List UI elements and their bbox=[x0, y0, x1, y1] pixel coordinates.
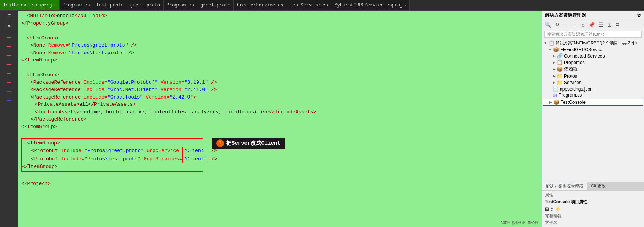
code-line-private-assets: <PrivateAssets>all</PrivateAssets> bbox=[21, 101, 539, 108]
tree-testconsole[interactable]: ▶ 📦 TestConsole bbox=[543, 99, 643, 106]
tree-properties[interactable]: ▶ 📋 Properties bbox=[542, 59, 644, 66]
collapse-icon-1[interactable]: – bbox=[21, 34, 24, 42]
tab-label: MyFirstGRPCService.csproj bbox=[334, 3, 403, 8]
toolbar-home-icon[interactable]: ⌂ bbox=[580, 21, 586, 28]
tree-dependencies[interactable]: ▶ 📦 依赖项 bbox=[542, 66, 644, 73]
tree-props-chevron: ▶ bbox=[553, 60, 556, 64]
toolbar-forward-icon[interactable]: → bbox=[571, 21, 579, 28]
tree-protos[interactable]: ▶ 📁 Protos bbox=[542, 73, 644, 79]
tree-program-label: Program.cs bbox=[559, 92, 582, 98]
tab-label: test.proto bbox=[96, 3, 124, 8]
bottom-tab-solution-explorer[interactable]: 解决方案资源管理器 bbox=[542, 182, 587, 190]
panel-settings-icon[interactable]: ⚙ bbox=[637, 13, 641, 18]
tree-connected-services[interactable]: ▶ 🔗 Connected Services bbox=[542, 53, 644, 59]
code-line-itemgroup3: – <ItemGroup> bbox=[22, 139, 203, 147]
collapse-icon-2[interactable]: – bbox=[21, 71, 24, 79]
code-line-pkg-end: </PackageReference> bbox=[21, 116, 539, 123]
toolbar-options-icon[interactable]: ≡ bbox=[614, 21, 620, 28]
tree-appsettings[interactable]: 📄 appsettings.json bbox=[542, 86, 644, 92]
solution-label: 解决方案"MyFirstGRPC"(2 个项目，共 2 个) bbox=[556, 40, 637, 46]
code-line-pkg-protobuf: <PackageReference Include="Google.Protob… bbox=[21, 79, 539, 86]
activity-bar-red-2[interactable]: — bbox=[2, 42, 17, 50]
code-line-itemgroup3-end: </ItemGroup> bbox=[22, 163, 203, 171]
solution-search-input[interactable] bbox=[544, 31, 642, 38]
activity-bar-blue-1[interactable]: — bbox=[2, 88, 17, 96]
activity-bar-blue-2[interactable]: — bbox=[2, 97, 17, 105]
tree-deps-label: 依赖项 bbox=[564, 66, 578, 72]
solution-tree: ▼ 📋 解决方案"MyFirstGRPC"(2 个项目，共 2 个) ▼ 📦 M… bbox=[542, 39, 644, 182]
tab-myfirstgrpcservice[interactable]: MyFirstGRPCService.csproj ✕ bbox=[331, 0, 410, 10]
code-line-nullable-end: <Nullable>enable</Nullable> bbox=[21, 12, 539, 20]
toolbar-back-icon[interactable]: ← bbox=[562, 21, 570, 28]
solution-root-chevron: ▼ bbox=[543, 41, 547, 45]
tab-label: greet.proto bbox=[130, 3, 160, 8]
tree-program-cs[interactable]: C# Program.cs bbox=[542, 92, 644, 98]
activity-bar-red-4[interactable]: — bbox=[2, 60, 17, 69]
tree-deps-icon: 📦 bbox=[557, 66, 563, 72]
tree-services-label: Services bbox=[564, 80, 581, 85]
tab-close-icon-2[interactable]: ✕ bbox=[404, 3, 406, 8]
collapse-icon-3[interactable]: – bbox=[22, 139, 25, 147]
tab-label: TestConsole.csproj bbox=[3, 3, 52, 8]
tab-test-service[interactable]: TestService.cs bbox=[287, 0, 332, 10]
properties-section: 属性 TestConsole 项目属性 ⊞ ↕ ⚡ 完整路径 文件名 bbox=[542, 191, 644, 227]
toolbar-refresh-icon[interactable]: ↻ bbox=[554, 21, 561, 28]
code-line-include-assets: <IncludeAssets>runtime; build; native; c… bbox=[21, 108, 539, 116]
props-filter-icon[interactable]: ⚡ bbox=[555, 206, 561, 212]
tree-services[interactable]: ▶ 📁 Services bbox=[542, 79, 644, 86]
solution-root[interactable]: ▼ 📋 解决方案"MyFirstGRPC"(2 个项目，共 2 个) bbox=[542, 40, 644, 46]
properties-section-title: 属性 bbox=[545, 192, 641, 198]
code-line-blank1 bbox=[21, 27, 539, 34]
tab-greeter-service[interactable]: GreeterService.cs bbox=[234, 0, 287, 10]
code-line-itemgroup2: – <ItemGroup> bbox=[21, 71, 539, 79]
activity-collapse-icon[interactable]: ≡ bbox=[2, 12, 17, 20]
props-grid-icon[interactable]: ⊞ bbox=[545, 206, 549, 212]
tab-close-icon[interactable]: ✕ bbox=[54, 3, 56, 8]
tab-label: TestService.cs bbox=[290, 3, 328, 8]
activity-bar-red-1[interactable]: — bbox=[2, 33, 17, 41]
tab-label: Program.cs bbox=[167, 3, 194, 8]
tree-appsettings-label: appsettings.json bbox=[560, 86, 593, 92]
tab-testconsole-csproj[interactable]: TestConsole.csproj ✕ bbox=[0, 0, 60, 10]
code-line-blank2 bbox=[21, 64, 539, 72]
props-sort-icon[interactable]: ↕ bbox=[551, 206, 553, 212]
activity-bar: ≡ ▲ — — — — — — — — bbox=[0, 11, 18, 227]
toolbar-grid-icon[interactable]: ⊞ bbox=[606, 21, 613, 28]
tree-testconsole-label: TestConsole bbox=[561, 100, 586, 105]
solution-explorer-panel: 解决方案资源管理器 ⚙ 🔍 ↻ ← → ⌂ 📌 ☰ ⊞ ≡ ▼ 📋 解决方案"M bbox=[542, 11, 644, 227]
code-line-pkg-grpc-tools: <PackageReference Include="Grpc.Tools" V… bbox=[21, 94, 539, 101]
solution-panel-title: 解决方案资源管理器 bbox=[545, 12, 586, 19]
highlighted-section: – <ItemGroup> <Protobuf Include="Protos\… bbox=[21, 138, 203, 172]
grpc-service-value-test: "Client" bbox=[182, 155, 208, 163]
activity-bar-red-5[interactable]: — bbox=[2, 69, 17, 78]
properties-header: TestConsole 项目属性 bbox=[545, 199, 641, 205]
code-line-itemgroup1: – <ItemGroup> bbox=[21, 34, 539, 42]
tab-bar: TestConsole.csproj ✕ Program.cs test.pro… bbox=[0, 0, 644, 11]
code-line-pkg-grpc-net: <PackageReference Include="Grpc.Net.Clie… bbox=[21, 86, 539, 94]
tab-program-cs-1[interactable]: Program.cs bbox=[60, 0, 93, 10]
tab-greet-proto-1[interactable]: greet.proto bbox=[127, 0, 164, 10]
toolbar-pin-icon[interactable]: 📌 bbox=[587, 21, 596, 28]
properties-toolbar: ⊞ ↕ ⚡ bbox=[545, 206, 641, 212]
tree-myfirstgrpc-chevron: ▼ bbox=[548, 47, 552, 52]
prop-fullpath-label: 完整路径 bbox=[545, 213, 601, 219]
tab-label: greet.proto bbox=[200, 3, 230, 8]
tree-myfirstgrpc-service[interactable]: ▼ 📦 MyFirstGRPCService bbox=[542, 46, 644, 53]
toolbar-props-icon[interactable]: ☰ bbox=[597, 21, 605, 28]
properties-grid: 完整路径 文件名 bbox=[545, 213, 641, 225]
activity-up-icon[interactable]: ▲ bbox=[2, 21, 17, 30]
tree-protos-label: Protos bbox=[564, 74, 577, 79]
code-line-blank4 bbox=[21, 173, 539, 180]
prop-filename-value bbox=[602, 220, 641, 225]
toolbar-search-icon[interactable]: 🔍 bbox=[543, 21, 552, 28]
tab-label: Program.cs bbox=[63, 3, 90, 8]
activity-bar-red-3[interactable]: — bbox=[2, 51, 17, 59]
tab-test-proto[interactable]: test.proto bbox=[93, 0, 127, 10]
tree-testconsole-chevron: ▶ bbox=[549, 100, 552, 104]
activity-bar-red-6[interactable]: — bbox=[2, 78, 17, 87]
tab-greet-proto-2[interactable]: greet.proto bbox=[197, 0, 234, 10]
bottom-tab-git[interactable]: Git 更改 bbox=[587, 182, 609, 190]
tree-connected-label: Connected Services bbox=[564, 53, 605, 59]
tab-program-cs-2[interactable]: Program.cs bbox=[164, 0, 197, 10]
code-line-protobuf-test: <Protobuf Include="Protos\test.proto" Gr… bbox=[22, 155, 203, 163]
